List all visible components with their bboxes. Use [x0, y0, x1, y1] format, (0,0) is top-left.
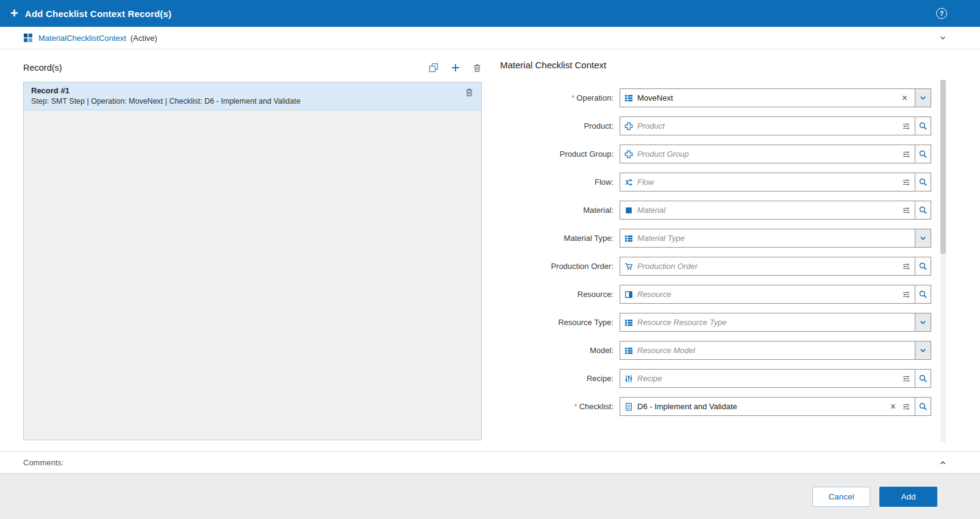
form-panel: Material Checklist Context *Operation:Mo… — [488, 49, 980, 451]
dialog-header: + Add Checklist Context Record(s) ? — [0, 0, 980, 27]
search-icon — [918, 374, 928, 383]
model-input[interactable]: Resource Model — [620, 341, 915, 360]
field-label-flow: Flow: — [500, 177, 620, 187]
checklist-input[interactable]: D6 - Implement and Validate× — [620, 397, 915, 416]
form-row-product-group: Product Group:Product Group — [500, 145, 931, 163]
form-row-recipe: Recipe:Recipe — [500, 369, 931, 388]
form-row-model: Model:Resource Model — [500, 341, 931, 360]
operation-input[interactable]: MoveNext× — [620, 88, 915, 107]
clear-icon[interactable]: × — [890, 402, 896, 412]
filter-icon[interactable] — [902, 150, 910, 159]
form-row-operation: *Operation:MoveNext× — [500, 88, 931, 107]
dropdown-button[interactable] — [915, 229, 931, 248]
field-placeholder: Recipe — [637, 374, 899, 383]
search-button[interactable] — [915, 257, 931, 276]
records-panel: Record(s) Record #1Step: SMT Step | Oper… — [0, 49, 488, 451]
record-text: Record #1Step: SMT Step | Operation: Mov… — [31, 86, 301, 106]
field-label-recipe: Recipe: — [500, 374, 620, 383]
chevron-up-icon[interactable] — [939, 459, 947, 467]
delete-record-button[interactable] — [473, 63, 482, 73]
search-button[interactable] — [915, 201, 931, 220]
recipe-input[interactable]: Recipe — [620, 369, 915, 388]
search-button[interactable] — [915, 116, 931, 135]
field-label-text: Flow: — [595, 177, 613, 187]
field-label-resource-type: Resource Type: — [500, 318, 620, 327]
add-icon: + — [10, 7, 18, 20]
search-icon — [918, 262, 928, 271]
filter-icon[interactable] — [902, 122, 910, 131]
add-button[interactable]: Add — [879, 487, 937, 507]
copy-record-button[interactable] — [429, 63, 438, 73]
product-group-input[interactable]: Product Group — [620, 145, 915, 163]
dialog-body: Record(s) Record #1Step: SMT Step | Oper… — [0, 49, 980, 451]
resource-input[interactable]: Resource — [620, 285, 915, 304]
field-label-resource: Resource: — [500, 290, 620, 299]
field-label-text: Product: — [584, 121, 613, 131]
field-label-text: Production Order: — [551, 262, 613, 271]
resource-type-input[interactable]: Resource Resource Type — [620, 313, 915, 332]
search-button[interactable] — [915, 285, 931, 304]
search-button[interactable] — [915, 145, 931, 163]
production-order-input[interactable]: Production Order — [620, 257, 915, 276]
field-label-text: Operation: — [576, 93, 613, 102]
chevron-down-icon — [918, 346, 928, 355]
help-icon[interactable]: ? — [936, 8, 947, 19]
field-label-product-group: Product Group: — [500, 149, 620, 159]
form-row-production-order: Production Order:Production Order — [500, 257, 931, 276]
field-value: MoveNext — [637, 93, 899, 102]
scrollbar[interactable] — [940, 80, 946, 443]
add-record-button[interactable] — [451, 63, 460, 73]
clear-icon[interactable]: × — [902, 93, 907, 103]
filter-icon[interactable] — [902, 262, 910, 271]
required-asterisk: * — [571, 93, 574, 102]
dropdown-button[interactable] — [915, 313, 931, 332]
form-row-checklist: *Checklist:D6 - Implement and Validate× — [500, 397, 931, 416]
material-icon — [624, 206, 633, 215]
record-subtitle: Step: SMT Step | Operation: MoveNext | C… — [31, 97, 301, 106]
form-row-resource: Resource:Resource — [500, 285, 931, 304]
search-icon — [918, 121, 928, 131]
record-card[interactable]: Record #1Step: SMT Step | Operation: Mov… — [24, 82, 481, 110]
field-label-production-order: Production Order: — [500, 262, 620, 271]
product-icon — [624, 122, 633, 131]
cancel-button[interactable]: Cancel — [812, 487, 870, 507]
filter-icon[interactable] — [902, 290, 910, 299]
entity-link[interactable]: MaterialChecklistContext — [38, 34, 126, 43]
filter-icon[interactable] — [902, 206, 910, 215]
record-title: Record #1 — [31, 86, 301, 95]
form-row-resource-type: Resource Type:Resource Resource Type — [500, 313, 931, 332]
field-value: D6 - Implement and Validate — [637, 402, 887, 411]
chevron-down-icon[interactable] — [939, 34, 947, 42]
filter-icon[interactable] — [902, 403, 910, 411]
trash-icon[interactable] — [465, 88, 474, 97]
field-placeholder: Resource Resource Type — [637, 318, 910, 327]
field-label-text: Product Group: — [560, 149, 613, 159]
filter-icon[interactable] — [902, 374, 910, 383]
field-label-operation: *Operation: — [500, 93, 620, 102]
material-input[interactable]: Material — [620, 201, 915, 220]
scrollbar-thumb[interactable] — [940, 80, 946, 254]
entity-icon — [23, 33, 33, 43]
field-label-product: Product: — [500, 121, 620, 131]
filter-icon[interactable] — [902, 178, 910, 187]
dropdown-button[interactable] — [915, 341, 931, 360]
material-type-icon — [624, 234, 633, 243]
field-label-text: Resource: — [578, 290, 613, 299]
product-input[interactable]: Product — [620, 116, 915, 135]
field-placeholder: Material — [637, 206, 899, 215]
search-icon — [918, 402, 928, 411]
material-type-input[interactable]: Material Type — [620, 229, 915, 248]
flow-input[interactable]: Flow — [620, 173, 915, 191]
required-asterisk: * — [574, 402, 578, 411]
search-button[interactable] — [915, 397, 931, 416]
search-icon — [918, 290, 928, 299]
field-label-text: Recipe: — [587, 374, 613, 383]
dialog-footer: Cancel Add — [0, 473, 980, 519]
chevron-down-icon — [918, 318, 928, 327]
chevron-down-icon — [918, 234, 928, 243]
dropdown-button[interactable] — [915, 88, 931, 107]
production-order-icon — [624, 262, 633, 271]
comments-bar: Comments: — [0, 451, 980, 473]
search-button[interactable] — [915, 369, 931, 388]
search-button[interactable] — [915, 173, 931, 191]
